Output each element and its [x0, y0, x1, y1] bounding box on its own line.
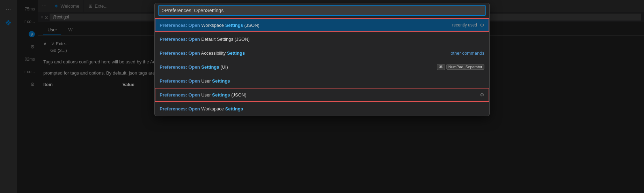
cmd-prefix-7: Preferences: Open	[160, 106, 200, 111]
cmd-keyword-5: Settings	[212, 78, 230, 84]
command-right-1: recently used ⚙	[452, 22, 484, 28]
cmd-prefix-3: Preferences: Open	[160, 51, 200, 56]
command-label-default-json: Preferences: Open Default Settings (JSON…	[160, 37, 484, 42]
command-label-user-settings-json: Preferences: Open User Settings (JSON)	[160, 92, 480, 98]
command-item-settings-ui[interactable]: Preferences: Open Settings (UI) ⌘ NumPad…	[155, 60, 489, 74]
command-label-workspace-settings: Preferences: Open Workspace Settings	[160, 106, 484, 111]
cmd-keyword-1: Settings	[225, 23, 243, 28]
cmd-mid-3: Accessibility	[201, 51, 227, 56]
other-commands-link[interactable]: other commands	[451, 51, 484, 56]
cmd-suffix-1: (JSON)	[244, 23, 259, 28]
numpad-key: NumPad_Separator	[446, 64, 484, 70]
cmd-mid-1: Workspace	[201, 23, 225, 28]
command-item-default-json[interactable]: Preferences: Open Default Settings (JSON…	[155, 32, 489, 46]
cmd-mid-5: User	[201, 78, 212, 84]
command-item-user-settings-json[interactable]: Preferences: Open User Settings (JSON) ⚙	[155, 88, 489, 102]
cmd-mid-2: Default Settings (JSON)	[201, 37, 250, 42]
command-right-6: ⚙	[480, 92, 484, 98]
command-list: Preferences: Open Workspace Settings (JS…	[155, 18, 489, 116]
recently-used-label: recently used	[452, 23, 477, 28]
gear-configure-icon-2[interactable]: ⚙	[480, 92, 484, 98]
command-label-user-settings: Preferences: Open User Settings	[160, 78, 484, 84]
cmd-prefix-2: Preferences: Open	[160, 37, 200, 42]
cmd-key-icon: ⌘	[437, 64, 445, 70]
command-palette-input[interactable]	[158, 5, 486, 16]
cmd-prefix-6: Preferences: Open	[160, 92, 200, 98]
command-item-user-settings[interactable]: Preferences: Open User Settings	[155, 74, 489, 88]
command-right-3: other commands	[451, 51, 484, 56]
command-label-settings-ui: Preferences: Open Settings (UI)	[160, 64, 437, 70]
cmd-suffix-6: (JSON)	[231, 92, 246, 98]
command-label-accessibility: Preferences: Open Accessibility Settings	[160, 51, 451, 56]
command-input-wrapper	[155, 3, 489, 18]
cmd-suffix-4: (UI)	[220, 64, 228, 70]
command-item-accessibility[interactable]: Preferences: Open Accessibility Settings…	[155, 46, 489, 60]
cmd-prefix-5: Preferences: Open	[160, 78, 200, 84]
cmd-keyword-6: Settings	[212, 92, 230, 98]
gear-configure-icon-1[interactable]: ⚙	[480, 22, 484, 28]
command-item-workspace-settings[interactable]: Preferences: Open Workspace Settings	[155, 102, 489, 116]
cmd-keyword-7: Settings	[225, 106, 243, 111]
keybinding-display: ⌘ NumPad_Separator	[437, 64, 484, 70]
command-label-workspace-json: Preferences: Open Workspace Settings (JS…	[160, 23, 452, 28]
cmd-mid-7: Workspace	[201, 106, 225, 111]
command-palette: Preferences: Open Workspace Settings (JS…	[154, 3, 490, 116]
command-right-4: ⌘ NumPad_Separator	[437, 64, 484, 70]
cmd-keyword-3: Settings	[227, 51, 245, 56]
command-item-workspace-json[interactable]: Preferences: Open Workspace Settings (JS…	[155, 18, 489, 32]
cmd-keyword-4: Settings	[201, 64, 219, 70]
command-palette-overlay: Preferences: Open Workspace Settings (JS…	[0, 0, 644, 193]
cmd-prefix-4: Preferences: Open	[160, 64, 200, 70]
cmd-mid-6: User	[201, 92, 212, 98]
cmd-prefix-1: Preferences: Open	[160, 23, 200, 28]
